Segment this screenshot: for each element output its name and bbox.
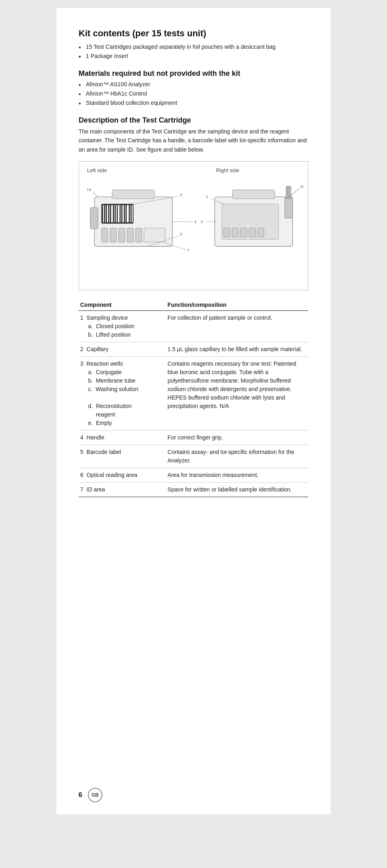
svg-rect-42 xyxy=(241,228,247,237)
table-row: 1 Sampling device a. Closed position b. … xyxy=(79,311,308,342)
table-header-component: Component xyxy=(79,299,166,311)
materials-bullet-3: Standard blood collection equipment xyxy=(79,99,308,107)
svg-rect-18 xyxy=(102,228,108,242)
table-cell-component: 6 Optical reading area xyxy=(79,468,166,483)
svg-rect-12 xyxy=(121,205,121,223)
svg-rect-14 xyxy=(125,205,126,223)
diagram-box: Left side Right side xyxy=(79,161,308,290)
table-cell-component: 5 Barcode label xyxy=(79,445,166,468)
kit-bullet-1: 15 Test Cartridges packaged separately i… xyxy=(79,43,308,51)
svg-rect-10 xyxy=(116,205,117,223)
table-cell-component: 1 Sampling device a. Closed position b. … xyxy=(79,311,166,342)
page: Kit contents (per 15 tests unit) 15 Test… xyxy=(56,8,331,814)
function-label: Contains reagents necessary for one test… xyxy=(168,360,296,409)
component-label: 6 Optical reading area xyxy=(80,472,137,478)
materials-list: Afinion™ AS100 Analyzer Afinion™ HbA1c C… xyxy=(79,80,308,107)
table-cell-component: 4 Handle xyxy=(79,431,166,445)
svg-rect-2 xyxy=(90,208,98,229)
table-cell-function: 1.5 µL glass capillary to be filled with… xyxy=(166,342,308,357)
function-label: Contains assay- and lot-specific informa… xyxy=(168,449,294,464)
svg-rect-1 xyxy=(112,190,154,199)
function-label: Area for transmission measurement. xyxy=(168,472,259,478)
component-label: 4 Handle xyxy=(80,434,104,441)
svg-rect-43 xyxy=(249,228,256,237)
table-row: 4 Handle For correct finger grip. xyxy=(79,431,308,445)
table-cell-component: 7 ID area xyxy=(79,483,166,497)
svg-rect-7 xyxy=(109,205,110,223)
svg-rect-21 xyxy=(127,228,133,242)
svg-rect-40 xyxy=(224,228,230,237)
table-row: 7 ID area Space for written or labelled … xyxy=(79,483,308,497)
svg-rect-13 xyxy=(123,205,124,223)
svg-text:5: 5 xyxy=(180,192,182,197)
diagram-svg: 1a 4 5 6 7 xyxy=(84,169,303,285)
component-table: Component Function/composition 1 Samplin… xyxy=(79,299,308,497)
table-cell-function: Contains reagents necessary for one test… xyxy=(166,357,308,431)
svg-rect-16 xyxy=(130,205,131,223)
table-cell-function: Contains assay- and lot-specific informa… xyxy=(166,445,308,468)
component-label: 3 Reaction wells a. Conjugate b. Membran… xyxy=(80,360,138,426)
table-cell-function: For collection of patient sample or cont… xyxy=(166,311,308,342)
svg-rect-11 xyxy=(118,205,119,223)
diagram-right-label: Right side xyxy=(216,167,239,173)
svg-rect-5 xyxy=(105,205,106,223)
gb-badge-text: GB xyxy=(92,792,99,798)
svg-rect-6 xyxy=(107,205,108,223)
svg-rect-44 xyxy=(258,228,264,237)
svg-rect-4 xyxy=(103,205,104,223)
function-label: Space for written or labelled sample ide… xyxy=(168,486,292,493)
table-cell-function: Space for written or labelled sample ide… xyxy=(166,483,308,497)
svg-rect-15 xyxy=(127,205,129,223)
svg-rect-20 xyxy=(119,228,125,242)
table-cell-component: 2 Capillary xyxy=(79,342,166,357)
svg-rect-35 xyxy=(233,190,275,199)
table-cell-component: 3 Reaction wells a. Conjugate b. Membran… xyxy=(79,357,166,431)
kit-contents-list: 15 Test Cartridges packaged separately i… xyxy=(79,43,308,60)
svg-rect-36 xyxy=(285,197,292,219)
materials-bullet-1: Afinion™ AS100 Analyzer xyxy=(79,80,308,89)
description-heading: Description of the Test Cartridge xyxy=(79,116,308,125)
svg-rect-22 xyxy=(135,228,142,242)
svg-rect-8 xyxy=(111,205,113,223)
svg-text:2: 2 xyxy=(206,194,208,199)
table-row: 3 Reaction wells a. Conjugate b. Membran… xyxy=(79,357,308,431)
materials-bullet-2: Afinion™ HbA1c Control xyxy=(79,90,308,98)
table-row: 6 Optical reading area Area for transmis… xyxy=(79,468,308,483)
component-label: 7 ID area xyxy=(80,486,105,493)
diagram-left-label: Left side xyxy=(87,167,107,173)
page-footer: 6 GB xyxy=(79,788,308,802)
svg-rect-19 xyxy=(110,228,117,242)
function-label: For collection of patient sample or cont… xyxy=(168,314,273,321)
svg-rect-41 xyxy=(232,228,239,237)
component-label: 1 Sampling device a. Closed position b. … xyxy=(80,314,135,338)
gb-badge: GB xyxy=(88,788,102,802)
page-number: 6 xyxy=(79,791,82,799)
table-row: 5 Barcode label Contains assay- and lot-… xyxy=(79,445,308,468)
svg-text:6: 6 xyxy=(180,232,182,236)
svg-rect-23 xyxy=(144,228,165,242)
svg-text:4: 4 xyxy=(194,220,197,224)
table-header-function: Function/composition xyxy=(166,299,308,311)
description-text: The main components of the Test Cartridg… xyxy=(79,127,308,154)
svg-text:1b: 1b xyxy=(300,184,303,189)
component-label: 2 Capillary xyxy=(80,346,108,352)
function-label: For correct finger grip. xyxy=(168,434,223,441)
svg-text:1a: 1a xyxy=(87,187,91,192)
table-cell-function: Area for transmission measurement. xyxy=(166,468,308,483)
svg-rect-38 xyxy=(290,187,291,194)
component-label: 5 Barcode label xyxy=(80,449,121,455)
svg-rect-17 xyxy=(131,205,133,223)
svg-line-24 xyxy=(93,192,98,197)
svg-text:3: 3 xyxy=(201,220,203,224)
table-cell-function: For correct finger grip. xyxy=(166,431,308,445)
svg-text:7: 7 xyxy=(187,248,189,252)
function-label: 1.5 µL glass capillary to be filled with… xyxy=(168,346,302,352)
kit-bullet-2: 1 Package Insert xyxy=(79,52,308,60)
svg-rect-9 xyxy=(114,205,115,223)
materials-heading: Materials required but not provided with… xyxy=(79,69,308,78)
page-title: Kit contents (per 15 tests unit) xyxy=(79,28,308,39)
table-row: 2 Capillary 1.5 µL glass capillary to be… xyxy=(79,342,308,357)
